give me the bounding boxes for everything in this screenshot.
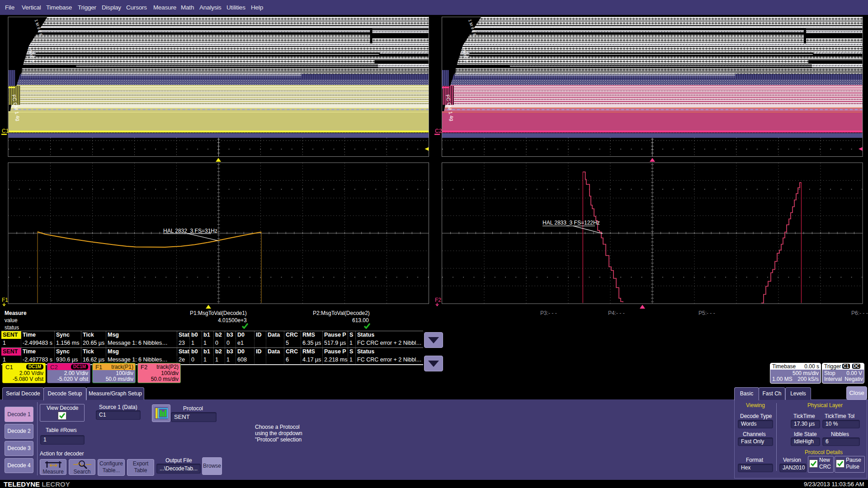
svg-text:F2: F2 <box>435 297 441 303</box>
svg-text:HAL 2832_3 FS=31Hz: HAL 2832_3 FS=31Hz <box>163 228 217 234</box>
svg-text:C2: C2 <box>435 128 442 134</box>
svg-text:C1: C1 <box>2 128 9 134</box>
svg-text:HAL 2833_3 FS=122Hz: HAL 2833_3 FS=122Hz <box>542 220 600 226</box>
svg-text:F1: F1 <box>2 297 8 303</box>
